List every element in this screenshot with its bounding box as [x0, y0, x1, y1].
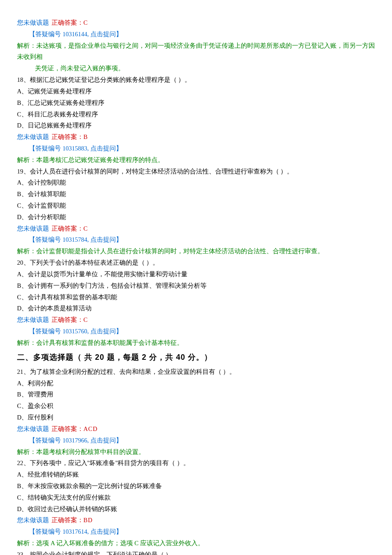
q19-answer: C	[84, 225, 88, 232]
q19-stem: 19、会计人员在进行会计核算的同时，对特定主体经济活动的合法性、合理性进行审查称…	[17, 166, 375, 177]
q19-option-c: C、会计监督职能	[17, 200, 375, 211]
faq-prefix: 【答疑编号	[29, 145, 63, 152]
q20-analysis: 会计具有核算和监督的基本职能属于会计基本特征。	[36, 339, 183, 346]
status-text: 您未做该题	[17, 425, 49, 432]
q18-option-a: A、记账凭证账务处理程序	[17, 86, 375, 97]
q17-analysis-1: 未达账项，是指企业单位与银行之间，对同一项经济业务由于凭证传递上的时间差所形成的…	[17, 42, 375, 61]
faq-link-q19[interactable]: 【答疑编号 10315784, 点击提问】	[29, 234, 122, 246]
answer-label: 正确答案：	[52, 225, 84, 232]
q21-option-c: C、盈余公积	[17, 400, 375, 412]
faq-prefix: 【答疑编号	[29, 437, 63, 444]
analysis-label: 解析：	[17, 448, 36, 455]
faq-link-q20[interactable]: 【答疑编号 10315760, 点击提问】	[29, 326, 122, 337]
q18-stem: 18、根据汇总记账凭证登记总分类账的账务处理程序是（ ）。	[17, 74, 375, 86]
faq-id: 10317614	[63, 528, 87, 535]
q18-analysis: 本题考核汇总记账凭证账务处理程序的特点。	[36, 156, 164, 163]
faq-prefix: 【答疑编号	[29, 31, 63, 38]
q22-option-c: C、结转确实无法支付的应付账款	[17, 492, 375, 503]
status-text: 您未做该题	[17, 517, 49, 523]
answer-label: 正确答案：	[52, 425, 84, 432]
q22-stem: 22、下列各项中，应记入"坏账准备"科目贷方的项目有（ ）。	[17, 457, 375, 469]
section-2-heading: 二、多项选择题（ 共 20 题，每题 2 分，共 40 分。）	[17, 350, 375, 364]
status-text: 您未做该题	[17, 19, 49, 26]
q21-stem: 21、为了核算企业利润分配的过程、去向和结果，企业应设置的科目有（ ）。	[17, 366, 375, 378]
q22-analysis: 选项 A 记入坏账准备的借方；选项 C 应该记入营业外收入。	[36, 540, 204, 546]
q20-option-b: B、会计拥有一系列的专门方法，包括会计核算、管理和决策分析等	[17, 280, 375, 292]
analysis-label: 解析：	[17, 248, 36, 254]
q17-analysis-2: 关凭证，尚未登记入账的事项。	[35, 63, 375, 74]
faq-id: 10315784	[63, 236, 87, 243]
q21-option-b: B、管理费用	[17, 389, 375, 400]
analysis-label: 解析：	[17, 42, 36, 49]
q22-answer: BD	[84, 517, 93, 523]
q20-option-a: A、会计是以货币为计量单位，不能使用实物计量和劳动计量	[17, 269, 375, 280]
faq-suffix: , 点击提问】	[87, 528, 122, 535]
q21-option-d: D、应付股利	[17, 412, 375, 423]
answer-label: 正确答案：	[52, 19, 84, 26]
q20-option-d: D、会计的本质是核算活动	[17, 303, 375, 314]
q19-option-b: B、会计核算职能	[17, 188, 375, 200]
analysis-label: 解析：	[17, 156, 36, 163]
q18-option-c: C、科目汇总表账务处理程序	[17, 109, 375, 120]
q18-option-d: D、日记总账账务处理程序	[17, 120, 375, 131]
q17-answer: C	[84, 19, 88, 26]
q19-option-d: D、会计分析职能	[17, 211, 375, 223]
q20-option-c: C、会计具有核算和监督的基本职能	[17, 292, 375, 303]
faq-suffix: , 点击提问】	[87, 328, 122, 335]
status-text: 您未做该题	[17, 225, 49, 232]
faq-id: 10315883	[63, 145, 87, 152]
status-text: 您未做该题	[17, 133, 49, 140]
q19-analysis: 会计监督职能是指会计人员在进行会计核算的同时，对特定主体经济活动的合法性、合理性…	[36, 248, 324, 254]
faq-link-q21[interactable]: 【答疑编号 10317966, 点击提问】	[29, 435, 122, 446]
faq-suffix: , 点击提问】	[87, 145, 122, 152]
analysis-label: 解析：	[17, 540, 36, 546]
q23-stem: 23、按照企业会计制度的规定，下列说法正确的是（ ）。	[17, 549, 375, 555]
faq-suffix: , 点击提问】	[87, 236, 122, 243]
faq-id: 10315760	[63, 328, 87, 335]
faq-link-q22[interactable]: 【答疑编号 10317614, 点击提问】	[29, 526, 122, 538]
q18-answer: B	[84, 133, 88, 140]
q21-answer: ACD	[84, 425, 98, 432]
q20-answer: C	[84, 316, 88, 323]
q22-option-b: B、年末按应收账款余额的一定比例计提的坏账准备	[17, 480, 375, 492]
analysis-label: 解析：	[17, 339, 36, 346]
q21-option-a: A、利润分配	[17, 378, 375, 389]
status-text: 您未做该题	[17, 316, 49, 323]
faq-prefix: 【答疑编号	[29, 328, 63, 335]
q18-option-b: B、汇总记账凭证账务处理程序	[17, 97, 375, 109]
q22-option-d: D、收回过去已经确认并转销的坏账	[17, 503, 375, 515]
faq-suffix: , 点击提问】	[87, 437, 122, 444]
faq-suffix: , 点击提问】	[87, 31, 122, 38]
faq-link-q18[interactable]: 【答疑编号 10315883, 点击提问】	[29, 143, 122, 154]
faq-id: 10316144	[63, 31, 87, 38]
q19-option-a: A、会计控制职能	[17, 177, 375, 188]
q20-stem: 20、下列关于会计的基本特征表述正确的是（ ）。	[17, 257, 375, 269]
q22-option-a: A、经批准转销的坏账	[17, 469, 375, 480]
answer-label: 正确答案：	[52, 316, 84, 323]
answer-label: 正确答案：	[52, 517, 84, 523]
faq-prefix: 【答疑编号	[29, 236, 63, 243]
faq-id: 10317966	[63, 437, 87, 444]
faq-link-q17[interactable]: 【答疑编号 10316144, 点击提问】	[29, 29, 122, 40]
q21-analysis: 本题考核利润分配核算中科目的设置。	[36, 448, 145, 455]
faq-prefix: 【答疑编号	[29, 528, 63, 535]
answer-label: 正确答案：	[52, 133, 84, 140]
